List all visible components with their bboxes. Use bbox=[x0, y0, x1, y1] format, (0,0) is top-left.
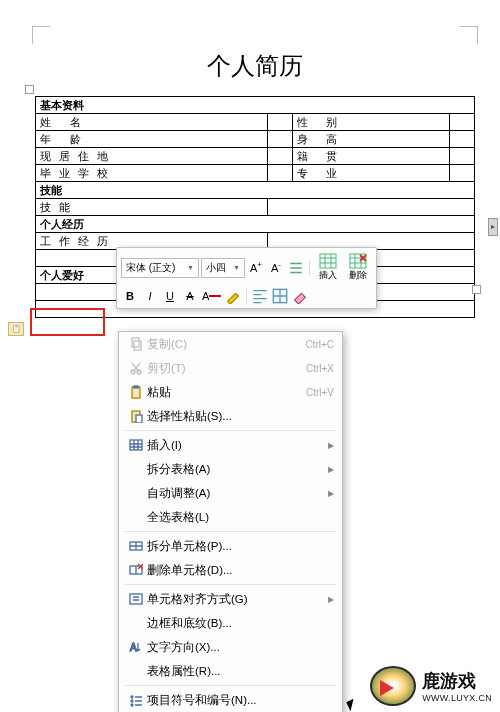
grow-font-button[interactable]: A+ bbox=[247, 259, 265, 277]
table-resize-handle[interactable] bbox=[472, 285, 481, 294]
paste-special-icon bbox=[125, 409, 147, 423]
cut-icon bbox=[125, 361, 147, 375]
lbl-school: 毕业学校 bbox=[36, 165, 268, 182]
strike-button[interactable]: A bbox=[181, 287, 199, 305]
mini-toolbar: 宋体 (正文)▼ 小四▼ A+ A- 插入 删除 B I U A A bbox=[116, 247, 377, 309]
menu-split-cell[interactable]: 拆分单元格(P)... bbox=[119, 534, 342, 558]
val-name[interactable] bbox=[268, 114, 293, 131]
menu-insert[interactable]: 插入(I) ▶ bbox=[119, 433, 342, 457]
svg-point-17 bbox=[131, 700, 133, 702]
chevron-right-icon: ▶ bbox=[328, 595, 334, 604]
paste-options-icon[interactable]: 📋 bbox=[8, 322, 24, 336]
svg-text:A: A bbox=[130, 642, 137, 653]
svg-point-18 bbox=[131, 704, 133, 706]
watermark-url: WWW.LUYX.CN bbox=[422, 693, 492, 703]
lbl-height: 身 高 bbox=[292, 131, 450, 148]
menu-autofit[interactable]: 自动调整(A) ▶ bbox=[119, 481, 342, 505]
val-gender[interactable] bbox=[450, 114, 475, 131]
delete-dropdown[interactable]: 删除 bbox=[344, 251, 372, 284]
lbl-addr: 现居住地 bbox=[36, 148, 268, 165]
underline-button[interactable]: U bbox=[161, 287, 179, 305]
italic-button[interactable]: I bbox=[141, 287, 159, 305]
menu-divider bbox=[125, 430, 336, 431]
menu-text-direction[interactable]: A 文字方向(X)... bbox=[119, 635, 342, 659]
insert-dropdown[interactable]: 插入 bbox=[314, 251, 342, 284]
table-move-handle[interactable] bbox=[25, 85, 34, 94]
menu-border-shading[interactable]: 边框和底纹(B)... bbox=[119, 611, 342, 635]
copy-icon bbox=[125, 337, 147, 351]
eraser-button[interactable] bbox=[291, 287, 309, 305]
font-color-button[interactable]: A bbox=[201, 287, 222, 305]
separator bbox=[309, 260, 310, 276]
watermark-logo-icon bbox=[370, 666, 416, 706]
svg-rect-0 bbox=[320, 254, 336, 268]
linespace-button[interactable] bbox=[287, 259, 305, 277]
menu-paste-special[interactable]: 选择性粘贴(S)... bbox=[119, 404, 342, 428]
font-size-value: 小四 bbox=[206, 261, 226, 275]
font-name-combo[interactable]: 宋体 (正文)▼ bbox=[121, 258, 199, 278]
split-cell-icon bbox=[125, 539, 147, 553]
font-name-value: 宋体 (正文) bbox=[126, 261, 175, 275]
watermark: 鹿游戏 WWW.LUYX.CN bbox=[370, 666, 492, 706]
menu-table-props[interactable]: 表格属性(R)... bbox=[119, 659, 342, 683]
val-native[interactable] bbox=[450, 148, 475, 165]
lbl-native: 籍 贯 bbox=[292, 148, 450, 165]
val-major[interactable] bbox=[450, 165, 475, 182]
svg-rect-4 bbox=[134, 341, 141, 350]
side-tab-handle[interactable]: ▸ bbox=[488, 218, 498, 236]
text-direction-icon: A bbox=[125, 640, 147, 654]
lbl-age: 年 龄 bbox=[36, 131, 268, 148]
lbl-skill: 技能 bbox=[36, 199, 268, 216]
watermark-name: 鹿游戏 bbox=[422, 669, 492, 693]
insert-label: 插入 bbox=[319, 269, 337, 282]
lbl-gender: 性 别 bbox=[292, 114, 450, 131]
shortcut: Ctrl+C bbox=[305, 339, 334, 350]
menu-cell-align[interactable]: 单元格对齐方式(G) ▶ bbox=[119, 587, 342, 611]
svg-rect-14 bbox=[130, 594, 142, 604]
section-exp: 个人经历 bbox=[36, 216, 475, 233]
separator bbox=[246, 288, 247, 304]
val-height[interactable] bbox=[450, 131, 475, 148]
chevron-right-icon: ▶ bbox=[328, 465, 334, 474]
menu-split-table[interactable]: 拆分表格(A) ▶ bbox=[119, 457, 342, 481]
chevron-down-icon: ▼ bbox=[233, 264, 240, 271]
svg-point-16 bbox=[131, 696, 133, 698]
paste-icon bbox=[125, 385, 147, 399]
font-size-combo[interactable]: 小四▼ bbox=[201, 258, 245, 278]
chevron-right-icon: ▶ bbox=[328, 441, 334, 450]
shrink-font-button[interactable]: A- bbox=[267, 259, 285, 277]
align-icon bbox=[125, 592, 147, 606]
chevron-down-icon: ▼ bbox=[187, 264, 194, 271]
svg-rect-11 bbox=[130, 440, 142, 450]
align-button[interactable] bbox=[251, 287, 269, 305]
lbl-major: 专 业 bbox=[292, 165, 450, 182]
menu-bullets[interactable]: 项目符号和编号(N)... bbox=[119, 688, 342, 712]
val-addr[interactable] bbox=[268, 148, 293, 165]
section-basic: 基本资料 bbox=[36, 97, 475, 114]
svg-rect-8 bbox=[134, 386, 138, 388]
svg-rect-3 bbox=[132, 338, 139, 347]
shortcut: Ctrl+X bbox=[306, 363, 334, 374]
menu-cut: 剪切(T) Ctrl+X bbox=[119, 356, 342, 380]
highlight-button[interactable] bbox=[224, 287, 242, 305]
val-school[interactable] bbox=[268, 165, 293, 182]
menu-paste[interactable]: 粘贴 Ctrl+V bbox=[119, 380, 342, 404]
page-title: 个人简历 bbox=[35, 30, 475, 96]
val-skill[interactable] bbox=[268, 199, 475, 216]
section-skills: 技能 bbox=[36, 182, 475, 199]
val-age[interactable] bbox=[268, 131, 293, 148]
menu-select-table[interactable]: 全选表格(L) bbox=[119, 505, 342, 529]
delete-label: 删除 bbox=[349, 269, 367, 282]
menu-divider bbox=[125, 685, 336, 686]
merge-button[interactable] bbox=[271, 287, 289, 305]
context-menu: 复制(C) Ctrl+C 剪切(T) Ctrl+X 粘贴 Ctrl+V 选择性粘… bbox=[118, 331, 343, 712]
menu-delete-cell[interactable]: 删除单元格(D)... bbox=[119, 558, 342, 582]
mouse-cursor-icon bbox=[346, 699, 357, 711]
menu-divider bbox=[125, 531, 336, 532]
menu-copy: 复制(C) Ctrl+C bbox=[119, 332, 342, 356]
bold-button[interactable]: B bbox=[121, 287, 139, 305]
shortcut: Ctrl+V bbox=[306, 387, 334, 398]
chevron-right-icon: ▶ bbox=[328, 489, 334, 498]
table-icon bbox=[125, 438, 147, 452]
lbl-name: 姓 名 bbox=[36, 114, 268, 131]
